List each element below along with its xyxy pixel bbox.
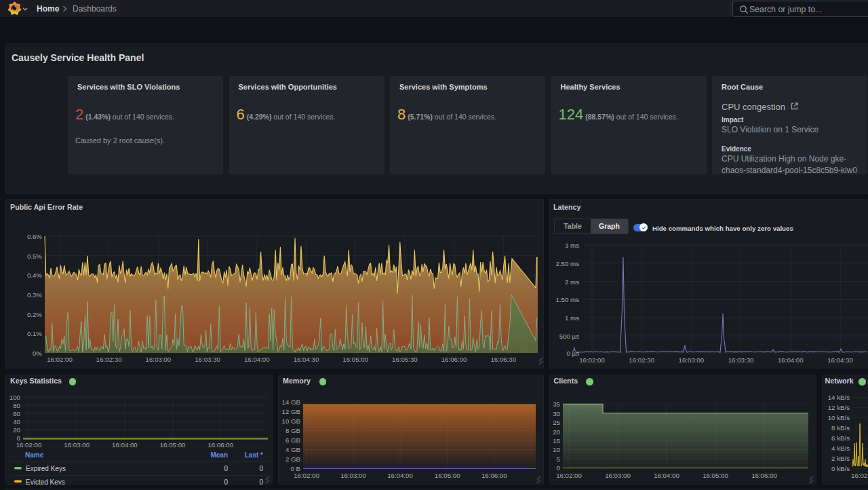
- svg-text:0%: 0%: [33, 350, 42, 357]
- svg-text:2.50 ms: 2.50 ms: [556, 260, 580, 267]
- svg-text:4 kB/s: 4 kB/s: [831, 445, 850, 452]
- svg-text:1 ms: 1 ms: [565, 314, 579, 322]
- svg-text:15: 15: [553, 437, 560, 445]
- svg-text:14 kB/s: 14 kB/s: [828, 394, 850, 401]
- svg-text:16:03:00: 16:03:00: [679, 356, 705, 364]
- svg-text:16:04:00: 16:04:00: [654, 472, 679, 479]
- svg-text:25: 25: [553, 419, 560, 426]
- svg-text:0.3%: 0.3%: [27, 291, 42, 299]
- svg-text:Name: Name: [25, 451, 44, 459]
- svg-text:3 ms: 3 ms: [565, 242, 579, 249]
- svg-text:0: 0: [259, 465, 263, 472]
- svg-text:0: 0: [224, 465, 228, 472]
- svg-text:0: 0: [224, 478, 228, 485]
- svg-text:16:02:00: 16:02:00: [294, 472, 319, 479]
- svg-text:16:02:00: 16:02:00: [579, 356, 605, 364]
- svg-text:0.1%: 0.1%: [27, 330, 42, 337]
- svg-text:20: 20: [553, 428, 560, 436]
- svg-text:0.2%: 0.2%: [27, 311, 42, 318]
- svg-text:12 GB: 12 GB: [282, 408, 300, 415]
- svg-text:30: 30: [553, 410, 560, 417]
- svg-text:12 kB/s: 12 kB/s: [828, 404, 850, 411]
- svg-text:16:03:00: 16:03:00: [64, 441, 90, 449]
- svg-text:16:06:00: 16:06:00: [481, 472, 507, 479]
- svg-text:Mean: Mean: [210, 451, 228, 459]
- svg-text:16:06:00: 16:06:00: [441, 356, 467, 363]
- svg-text:16:03:00: 16:03:00: [340, 472, 366, 479]
- svg-text:16:06:00: 16:06:00: [208, 441, 233, 449]
- svg-text:Expired Keys: Expired Keys: [26, 465, 66, 472]
- svg-text:2 ms: 2 ms: [565, 278, 579, 286]
- svg-text:16:02:30: 16:02:30: [629, 356, 654, 364]
- svg-text:16:06:00: 16:06:00: [751, 472, 777, 479]
- svg-text:35: 35: [553, 400, 560, 408]
- svg-text:60: 60: [13, 410, 20, 417]
- svg-text:16:05:00: 16:05:00: [703, 472, 728, 479]
- svg-text:16:02:00: 16:02:00: [556, 472, 582, 479]
- svg-text:6 kB/s: 6 kB/s: [831, 434, 850, 442]
- svg-text:16:04:00: 16:04:00: [387, 472, 413, 479]
- svg-text:1.50 ms: 1.50 ms: [556, 296, 580, 303]
- svg-text:16:03:00: 16:03:00: [605, 472, 631, 479]
- svg-text:14 GB: 14 GB: [282, 398, 300, 406]
- svg-text:16:03:00: 16:03:00: [146, 356, 172, 363]
- svg-text:0.4%: 0.4%: [27, 271, 42, 279]
- svg-text:2 kB/s: 2 kB/s: [831, 455, 850, 462]
- svg-text:0.6%: 0.6%: [27, 233, 42, 240]
- svg-text:16:05:00: 16:05:00: [342, 356, 368, 363]
- svg-text:16:04:30: 16:04:30: [294, 356, 319, 363]
- svg-text:16:02:00: 16:02:00: [16, 441, 42, 449]
- svg-text:500 µs: 500 µs: [559, 333, 579, 340]
- svg-text:16:03:30: 16:03:30: [195, 356, 220, 363]
- svg-text:16:02:00: 16:02:00: [47, 356, 73, 363]
- svg-text:16:04:00: 16:04:00: [244, 356, 270, 363]
- svg-text:16:04:30: 16:04:30: [827, 356, 853, 364]
- svg-text:6 GB: 6 GB: [285, 436, 300, 444]
- svg-text:100: 100: [9, 394, 21, 401]
- svg-text:16:05:30: 16:05:30: [392, 356, 418, 363]
- svg-text:0.5%: 0.5%: [27, 252, 42, 260]
- svg-text:0: 0: [557, 464, 561, 472]
- svg-text:Evicted Keys: Evicted Keys: [26, 478, 65, 485]
- svg-text:16:05:00: 16:05:00: [435, 472, 460, 479]
- svg-text:16:02:30: 16:02:30: [96, 356, 122, 363]
- svg-text:0: 0: [259, 478, 263, 485]
- svg-text:5: 5: [557, 455, 560, 463]
- svg-text:16:06:30: 16:06:30: [490, 356, 516, 363]
- svg-text:10 kB/s: 10 kB/s: [828, 414, 850, 421]
- svg-text:16:04:00: 16:04:00: [778, 356, 804, 364]
- svg-text:10: 10: [553, 446, 560, 453]
- svg-text:2 GB: 2 GB: [285, 455, 300, 463]
- svg-text:4 GB: 4 GB: [285, 446, 300, 453]
- svg-text:40: 40: [13, 418, 20, 426]
- svg-text:10 GB: 10 GB: [282, 417, 300, 425]
- svg-text:16:02:00: 16:02:00: [851, 472, 868, 479]
- svg-text:80: 80: [13, 402, 20, 409]
- svg-text:8 GB: 8 GB: [285, 427, 300, 434]
- svg-text:16:04:00: 16:04:00: [112, 441, 138, 449]
- svg-text:16:05:00: 16:05:00: [160, 441, 186, 449]
- svg-text:16:03:30: 16:03:30: [728, 356, 754, 364]
- svg-text:8 kB/s: 8 kB/s: [831, 424, 850, 432]
- svg-text:0 kB/s: 0 kB/s: [831, 465, 850, 472]
- svg-text:0 µs: 0 µs: [566, 350, 579, 357]
- svg-text:Last *: Last *: [245, 451, 263, 459]
- svg-text:20: 20: [13, 426, 20, 434]
